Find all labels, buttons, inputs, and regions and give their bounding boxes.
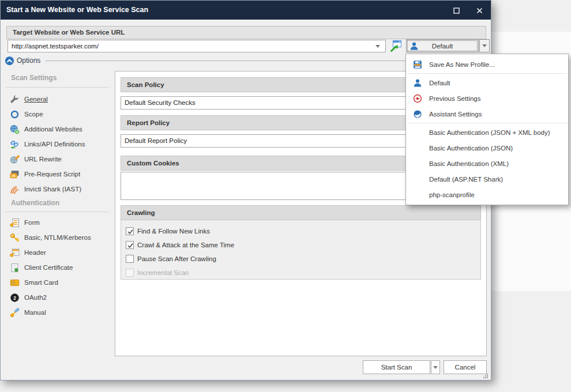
manual-key-icon <box>10 308 20 318</box>
menu-divider <box>407 123 567 123</box>
assistant-icon <box>406 110 429 119</box>
menu-item-php-scanprofile[interactable]: php-scanprofile <box>406 187 568 202</box>
sidebar-item-links-api-definitions[interactable]: Links/API Definitions <box>1 137 115 152</box>
sidebar-item-pre-request-script[interactable]: JS Pre-Request Script <box>1 167 115 182</box>
menu-item-label: Basic Authentication (XML) <box>429 160 509 167</box>
scan-settings-list: General Scope Additional Websites Links/… <box>1 92 115 197</box>
menu-item-default-aspnet-shark[interactable]: Default (ASP.NET Shark) <box>406 171 568 187</box>
sidebar-item-basic-ntlm-kerberos[interactable]: Basic, NTLM/Kerberos <box>1 230 115 245</box>
menu-item-basic-auth-xml[interactable]: Basic Authentication (XML) <box>406 156 568 171</box>
checkbox-icon[interactable] <box>126 227 134 235</box>
chevron-up-circle-icon <box>5 56 14 66</box>
checkbox-icon[interactable] <box>126 255 134 263</box>
menu-item-label: Default <box>429 80 450 86</box>
sidebar-item-header-auth[interactable]: Header <box>1 245 115 260</box>
menu-item-basic-auth-json[interactable]: Basic Authentication (JSON) <box>406 140 568 156</box>
sidebar-item-client-certificate[interactable]: Client Certificate <box>1 260 115 275</box>
sidebar-item-manual-auth[interactable]: Manual <box>1 305 115 320</box>
target-url-input[interactable]: http://aspnet.testsparker.com/ <box>7 40 386 52</box>
sidebar-item-smart-card[interactable]: Smart Card <box>1 275 115 290</box>
scan-policy-value: Default Security Checks <box>125 99 196 106</box>
crawling-header: Crawling <box>121 205 481 220</box>
save-icon <box>406 60 429 69</box>
menu-item-label: Previous Settings <box>429 95 481 102</box>
cancel-label: Cancel <box>455 364 476 371</box>
url-dropdown-arrow-icon[interactable] <box>375 45 380 48</box>
menu-item-basic-auth-json-xml[interactable]: Basic Authentication (JSON + XML body) <box>406 125 568 140</box>
menu-item-label: Basic Authentication (JSON + XML body) <box>429 129 550 136</box>
start-scan-dropdown-button[interactable] <box>431 360 440 374</box>
back-icon <box>406 94 429 103</box>
report-policy-value: Default Report Policy <box>125 137 187 144</box>
resize-grip[interactable] <box>483 373 489 380</box>
oauth2-icon: 2 <box>10 293 20 303</box>
profile-dropdown-button[interactable] <box>479 39 490 52</box>
start-scan-label: Start Scan <box>381 364 412 371</box>
profile-selector-button[interactable]: Default <box>406 39 479 52</box>
checkbox-icon[interactable] <box>126 241 134 249</box>
wrench-icon <box>10 95 20 104</box>
cancel-button[interactable]: Cancel <box>444 360 487 374</box>
target-url-value: http://aspnet.testsparker.com/ <box>12 40 99 52</box>
menu-item-label: php-scanprofile <box>429 191 475 198</box>
open-in-browser-button[interactable] <box>389 40 402 52</box>
authentication-header: Authentication <box>11 199 59 207</box>
svg-text:JS: JS <box>12 174 16 178</box>
globe-pencil-icon <box>10 154 20 164</box>
checkbox-icon <box>126 269 134 277</box>
menu-divider <box>407 73 567 74</box>
user-icon <box>406 78 429 88</box>
maximize-button[interactable] <box>450 5 462 16</box>
checkbox-incremental-scan: Incremental Scan <box>121 266 480 280</box>
sidebar-item-oauth2[interactable]: 2 OAuth2 <box>1 290 115 305</box>
user-icon <box>410 42 419 52</box>
sidebar-item-general[interactable]: General <box>1 92 115 107</box>
menu-item-previous-settings[interactable]: Previous Settings <box>406 91 568 106</box>
shark-waves-icon <box>10 184 20 194</box>
maximize-icon <box>453 7 460 14</box>
sidebar-item-url-rewrite[interactable]: URL Rewrite <box>1 152 115 167</box>
sidebar-item-scope[interactable]: Scope <box>1 107 115 122</box>
open-in-browser-icon <box>389 40 402 52</box>
checkbox-crawl-attack-same-time[interactable]: Crawl & Attack at the Same Time <box>121 238 480 252</box>
header-key-icon <box>10 248 20 258</box>
menu-item-label: Save As New Profile... <box>429 61 495 68</box>
profile-selector-label: Default <box>432 43 453 50</box>
titlebar: Start a New Website or Web Service Scan <box>1 1 491 20</box>
sidebar-item-additional-websites[interactable]: Additional Websites <box>1 122 115 137</box>
menu-item-label: Basic Authentication (JSON) <box>429 145 513 152</box>
divider <box>5 87 109 88</box>
sidebar-item-form-auth[interactable]: Form <box>1 215 115 230</box>
menu-item-default[interactable]: Default <box>406 75 568 91</box>
menu-item-save-as-new-profile[interactable]: Save As New Profile... <box>406 56 568 72</box>
form-key-icon <box>10 218 20 228</box>
chevron-down-icon <box>482 44 487 47</box>
scan-settings-header: Scan Settings <box>11 74 57 82</box>
scope-icon <box>10 110 20 119</box>
globe-plus-icon <box>10 125 20 134</box>
close-button[interactable] <box>474 5 485 16</box>
svg-text:2: 2 <box>13 295 16 300</box>
checkbox-pause-scan-after-crawling[interactable]: Pause Scan After Crawling <box>121 252 480 266</box>
target-url-section-header: Target Website or Web Service URL <box>6 26 486 39</box>
dialog-title: Start a New Website or Web Service Scan <box>6 1 148 20</box>
menu-item-label: Assistant Settings <box>429 111 482 118</box>
script-icon: JS <box>10 169 20 179</box>
start-scan-button[interactable]: Start Scan <box>363 360 430 374</box>
crawling-options: Find & Follow New Links Crawl & Attack a… <box>121 220 481 280</box>
options-collapse-button[interactable] <box>5 56 14 67</box>
certificate-icon <box>10 263 20 273</box>
menu-item-assistant-settings[interactable]: Assistant Settings <box>406 106 568 122</box>
checkbox-find-follow-new-links[interactable]: Find & Follow New Links <box>121 224 480 238</box>
sidebar-item-invicti-shark[interactable]: Invicti Shark (IAST) <box>1 182 115 197</box>
smartcard-icon <box>10 278 20 288</box>
menu-item-label: Default (ASP.NET Shark) <box>429 176 503 183</box>
key-icon <box>10 233 20 243</box>
divider <box>5 212 109 212</box>
options-label[interactable]: Options <box>17 56 40 65</box>
links-icon <box>10 140 20 149</box>
close-icon <box>476 7 483 14</box>
profile-menu: Save As New Profile... Default Previous … <box>405 54 569 205</box>
chevron-down-icon <box>433 366 438 369</box>
authentication-list: Form Basic, NTLM/Kerberos Header Client … <box>1 215 115 320</box>
